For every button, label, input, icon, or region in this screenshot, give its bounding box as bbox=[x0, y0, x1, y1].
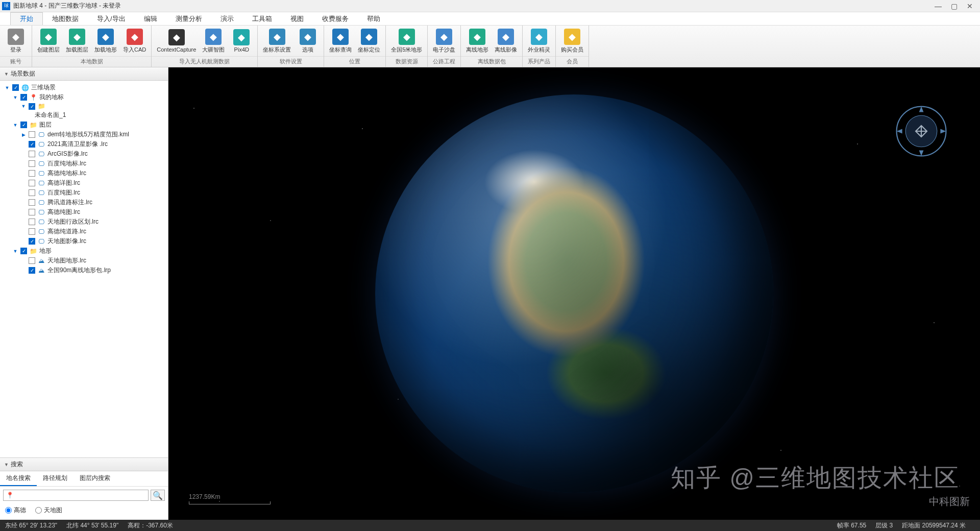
checkbox[interactable]: ✓ bbox=[20, 122, 27, 128]
tree-label: 高德纯图.lrc bbox=[47, 208, 80, 216]
tree-row-12[interactable]: 🖵腾讯道路标注.lrc bbox=[0, 198, 168, 207]
tree-row-0[interactable]: ▼✓🌐三维场景 bbox=[0, 83, 168, 92]
ribbon-btn-7-1[interactable]: ◆离线影像 bbox=[492, 28, 520, 55]
checkbox[interactable]: ✓ bbox=[29, 238, 35, 245]
checkbox[interactable] bbox=[29, 199, 35, 206]
node-icon: 🖵 bbox=[37, 189, 45, 197]
ribbon-btn-9-0[interactable]: ◆购买会员 bbox=[558, 28, 586, 55]
ribbon-btn-2-2[interactable]: ◆Pix4D bbox=[228, 28, 255, 54]
expand-icon[interactable]: ▼ bbox=[12, 95, 18, 100]
checkbox[interactable] bbox=[29, 131, 35, 138]
ribbon-btn-3-1[interactable]: ◆选项 bbox=[294, 28, 322, 55]
tree-row-6[interactable]: ✓🖵2021高清卫星影像 .lrc bbox=[0, 139, 168, 149]
node-icon: ⛰ bbox=[37, 267, 45, 274]
tree-row-14[interactable]: 🖵天地图行政区划.lrc bbox=[0, 217, 168, 227]
ribbon-group-label: 数据资源 bbox=[386, 56, 427, 67]
menu-4[interactable]: 测量分析 bbox=[166, 13, 211, 25]
tree-row-1[interactable]: ▼✓📍我的地标 bbox=[0, 92, 168, 102]
ribbon-btn-1-2[interactable]: ◆加载地形 bbox=[91, 28, 120, 55]
tree-row-7[interactable]: 🖵ArcGIS影像.lrc bbox=[0, 149, 168, 159]
status-altitude: 高程：-367.60米 bbox=[128, 521, 173, 530]
tree-row-5[interactable]: ▶🖵dem转地形线5万精度范围.kml bbox=[0, 130, 168, 139]
checkbox[interactable]: ✓ bbox=[29, 141, 35, 148]
tree-row-16[interactable]: ✓🖵天地图影像.lrc bbox=[0, 236, 168, 246]
ribbon-btn-1-1[interactable]: ◆加载图层 bbox=[63, 28, 91, 55]
tree-row-15[interactable]: 🖵高德纯道路.lrc bbox=[0, 227, 168, 236]
maximize-button[interactable]: ▢ bbox=[951, 2, 958, 10]
tree-row-9[interactable]: 🖵高德纯地标.lrc bbox=[0, 168, 168, 178]
menu-9[interactable]: 帮助 bbox=[358, 13, 389, 25]
checkbox[interactable]: ✓ bbox=[12, 84, 19, 91]
globe-viewport[interactable]: 1237.59Km 知乎 @三维地图技术社区 中科图新 bbox=[168, 67, 980, 520]
checkbox[interactable] bbox=[29, 189, 35, 196]
menu-5[interactable]: 演示 bbox=[211, 13, 243, 25]
earth-globe[interactable] bbox=[375, 94, 773, 493]
expand-icon[interactable]: ▶ bbox=[20, 132, 27, 137]
navigation-gizmo[interactable] bbox=[893, 103, 949, 159]
search-panel-header[interactable]: 搜索 bbox=[0, 458, 168, 471]
expand-icon[interactable]: ▼ bbox=[20, 104, 27, 109]
checkbox[interactable]: ✓ bbox=[20, 248, 27, 254]
ribbon-btn-2-1[interactable]: ◆大疆智图 bbox=[199, 28, 228, 55]
search-tab-2[interactable]: 图层内搜索 bbox=[74, 471, 116, 486]
tree-row-17[interactable]: ▼✓📁地形 bbox=[0, 246, 168, 256]
menu-0[interactable]: 开始 bbox=[10, 12, 43, 25]
menu-8[interactable]: 收费服务 bbox=[313, 13, 358, 25]
tree-row-8[interactable]: 🖵百度纯地标.lrc bbox=[0, 159, 168, 168]
checkbox[interactable] bbox=[29, 180, 35, 186]
checkbox[interactable]: ✓ bbox=[29, 103, 35, 110]
tree-row-4[interactable]: ▼✓📁图层 bbox=[0, 120, 168, 130]
ribbon-btn-0-0[interactable]: ◆登录 bbox=[2, 28, 30, 55]
menu-2[interactable]: 导入/导出 bbox=[88, 13, 135, 25]
ribbon-btn-3-0[interactable]: ◆坐标系设置 bbox=[260, 28, 294, 55]
node-icon: 📁 bbox=[37, 103, 45, 110]
scene-panel-header[interactable]: 场景数据 bbox=[0, 67, 168, 81]
tree-label: 2021高清卫星影像 .lrc bbox=[47, 140, 108, 149]
tree-row-18[interactable]: ⛰天地图地形.lrc bbox=[0, 256, 168, 266]
ribbon-btn-2-0[interactable]: ◆ContextCapture bbox=[154, 28, 199, 54]
checkbox[interactable] bbox=[29, 219, 35, 225]
search-radio-0[interactable]: 高德 bbox=[5, 506, 26, 515]
checkbox[interactable] bbox=[29, 257, 35, 264]
tree-row-13[interactable]: 🖵高德纯图.lrc bbox=[0, 207, 168, 217]
checkbox[interactable]: ✓ bbox=[29, 267, 35, 274]
ribbon-btn-1-3[interactable]: ◆导入CAD bbox=[120, 28, 149, 55]
watermark-text: 知乎 @三维地图技术社区 bbox=[671, 462, 960, 494]
search-input[interactable] bbox=[3, 490, 149, 501]
ribbon-btn-6-0[interactable]: ◆电子沙盘 bbox=[430, 28, 458, 55]
search-tab-0[interactable]: 地名搜索 bbox=[0, 471, 37, 486]
menu-6[interactable]: 工具箱 bbox=[243, 13, 281, 25]
tree-row-11[interactable]: 🖵百度纯图.lrc bbox=[0, 188, 168, 198]
ribbon-btn-7-0[interactable]: ◆离线地形 bbox=[463, 28, 492, 55]
checkbox[interactable] bbox=[29, 151, 35, 157]
tree-row-2[interactable]: ▼✓📁 bbox=[0, 102, 168, 110]
checkbox[interactable]: ✓ bbox=[20, 94, 27, 101]
menu-3[interactable]: 编辑 bbox=[135, 13, 166, 25]
minimize-button[interactable]: — bbox=[935, 2, 942, 10]
ribbon-icon: ◆ bbox=[127, 29, 143, 45]
ribbon-btn-4-1[interactable]: ◆坐标定位 bbox=[355, 28, 383, 55]
search-radio-1[interactable]: 天地图 bbox=[35, 506, 62, 515]
checkbox[interactable] bbox=[29, 170, 35, 177]
ribbon-icon: ◆ bbox=[205, 29, 222, 45]
close-button[interactable]: ✕ bbox=[967, 2, 973, 10]
expand-icon[interactable]: ▼ bbox=[12, 123, 18, 128]
menu-1[interactable]: 地图数据 bbox=[43, 13, 88, 25]
ribbon-btn-8-0[interactable]: ◆外业精灵 bbox=[525, 28, 553, 55]
menu-7[interactable]: 视图 bbox=[281, 13, 313, 25]
expand-icon[interactable]: ▼ bbox=[4, 85, 10, 90]
search-button[interactable]: 🔍 bbox=[151, 490, 165, 501]
tree-row-3[interactable]: 未命名面_1 bbox=[0, 110, 168, 120]
tree-row-10[interactable]: 🖵高德详图.lrc bbox=[0, 178, 168, 188]
tree-row-19[interactable]: ✓⛰全国90m离线地形包.lrp bbox=[0, 266, 168, 275]
ribbon-btn-1-0[interactable]: ◆创建图层 bbox=[34, 28, 63, 55]
expand-icon[interactable]: ▼ bbox=[12, 249, 18, 254]
ribbon-label: 外业精灵 bbox=[528, 46, 550, 54]
checkbox[interactable] bbox=[29, 228, 35, 235]
tree-label: 天地图影像.lrc bbox=[47, 237, 86, 246]
ribbon-btn-4-0[interactable]: ◆坐标查询 bbox=[326, 28, 355, 55]
search-tab-1[interactable]: 路径规划 bbox=[37, 471, 74, 486]
checkbox[interactable] bbox=[29, 160, 35, 167]
ribbon-btn-5-0[interactable]: ◆全国5米地形 bbox=[388, 28, 425, 55]
checkbox[interactable] bbox=[29, 209, 35, 215]
